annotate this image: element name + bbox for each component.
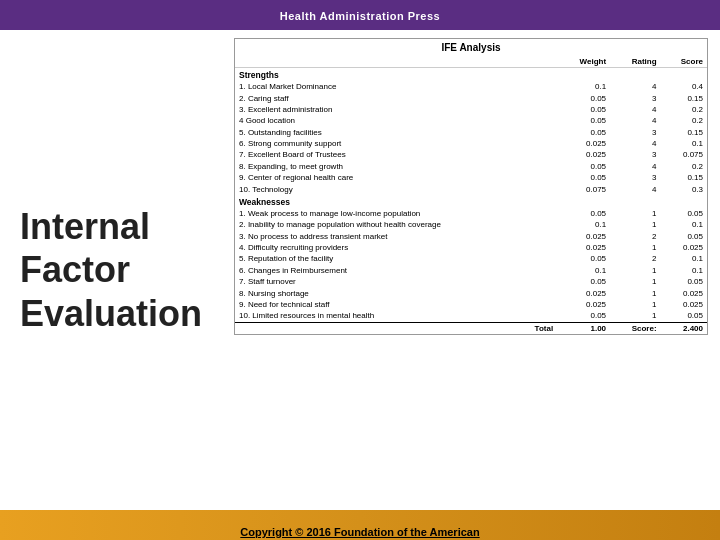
- row-weight: 0.05: [557, 253, 610, 264]
- row-name: 4. Difficulty recruiting providers: [235, 242, 557, 253]
- row-rating: 3: [610, 172, 660, 183]
- row-score: 0.025: [661, 287, 707, 298]
- row-weight: 0.05: [557, 161, 610, 172]
- row-weight: 0.05: [557, 115, 610, 126]
- row-weight: 0.05: [557, 276, 610, 287]
- total-label: Total: [235, 322, 557, 334]
- weakness-row: 3. No process to address transient marke…: [235, 231, 707, 242]
- row-name: 2. Inability to manage population withou…: [235, 219, 557, 230]
- header: Health Administration Press: [0, 0, 720, 30]
- total-score-label: Score:: [610, 322, 660, 334]
- row-rating: 4: [610, 104, 660, 115]
- strength-row: 5. Outstanding facilities 0.05 3 0.15: [235, 127, 707, 138]
- row-weight: 0.05: [557, 92, 610, 103]
- strength-row: 1. Local Market Dominance 0.1 4 0.4: [235, 81, 707, 92]
- weakness-row: 10. Limited resources in mental health 0…: [235, 310, 707, 322]
- row-rating: 4: [610, 138, 660, 149]
- row-weight: 0.05: [557, 310, 610, 322]
- row-score: 0.05: [661, 208, 707, 219]
- row-score: 0.15: [661, 127, 707, 138]
- right-panel: IFE Analysis Weight Rating Score Strengt…: [230, 30, 720, 510]
- weaknesses-header: Weaknesses: [235, 195, 707, 208]
- weakness-row: 7. Staff turnover 0.05 1 0.05: [235, 276, 707, 287]
- weakness-row: 1. Weak process to manage low-income pop…: [235, 208, 707, 219]
- weakness-row: 9. Need for technical staff 0.025 1 0.02…: [235, 299, 707, 310]
- row-name: 5. Reputation of the facility: [235, 253, 557, 264]
- row-score: 0.075: [661, 149, 707, 160]
- strength-row: 10. Technology 0.075 4 0.3: [235, 183, 707, 194]
- left-panel: Internal Factor Evaluation: [0, 30, 230, 510]
- row-rating: 3: [610, 149, 660, 160]
- weakness-row: 6. Changes in Reimbursement 0.1 1 0.1: [235, 265, 707, 276]
- strength-row: 6. Strong community support 0.025 4 0.1: [235, 138, 707, 149]
- row-name: 9. Center of regional health care: [235, 172, 557, 183]
- row-name: 4 Good location: [235, 115, 557, 126]
- row-score: 0.05: [661, 276, 707, 287]
- row-weight: 0.025: [557, 138, 610, 149]
- strength-row: 2. Caring staff 0.05 3 0.15: [235, 92, 707, 103]
- row-weight: 0.05: [557, 127, 610, 138]
- row-name: 1. Local Market Dominance: [235, 81, 557, 92]
- total-row: Total 1.00 Score: 2.400: [235, 322, 707, 334]
- row-name: 3. Excellent administration: [235, 104, 557, 115]
- strength-row: 9. Center of regional health care 0.05 3…: [235, 172, 707, 183]
- strength-row: 7. Excellent Board of Trustees 0.025 3 0…: [235, 149, 707, 160]
- col-header-score: Score: [661, 56, 707, 68]
- row-score: 0.025: [661, 242, 707, 253]
- row-name: 6. Changes in Reimbursement: [235, 265, 557, 276]
- footer: Copyright © 2016 Foundation of the Ameri…: [0, 510, 720, 540]
- strength-row: 8. Expanding, to meet growth 0.05 4 0.2: [235, 161, 707, 172]
- row-score: 0.1: [661, 253, 707, 264]
- total-weight: 1.00: [557, 322, 610, 334]
- table-title: IFE Analysis: [235, 39, 707, 56]
- row-rating: 1: [610, 310, 660, 322]
- row-rating: 1: [610, 287, 660, 298]
- row-name: 1. Weak process to manage low-income pop…: [235, 208, 557, 219]
- row-rating: 1: [610, 208, 660, 219]
- row-score: 0.1: [661, 219, 707, 230]
- row-score: 0.15: [661, 92, 707, 103]
- row-name: 9. Need for technical staff: [235, 299, 557, 310]
- row-score: 0.05: [661, 231, 707, 242]
- row-name: 7. Staff turnover: [235, 276, 557, 287]
- row-rating: 1: [610, 276, 660, 287]
- row-name: 2. Caring staff: [235, 92, 557, 103]
- row-score: 0.4: [661, 81, 707, 92]
- row-score: 0.1: [661, 138, 707, 149]
- row-rating: 4: [610, 81, 660, 92]
- row-weight: 0.025: [557, 242, 610, 253]
- row-score: 0.3: [661, 183, 707, 194]
- footer-text: Copyright © 2016 Foundation of the Ameri…: [239, 525, 482, 540]
- weakness-row: 2. Inability to manage population withou…: [235, 219, 707, 230]
- col-header-rating: Rating: [610, 56, 660, 68]
- row-rating: 1: [610, 242, 660, 253]
- row-name: 10. Limited resources in mental health: [235, 310, 557, 322]
- row-name: 8. Nursing shortage: [235, 287, 557, 298]
- row-rating: 3: [610, 92, 660, 103]
- row-score: 0.2: [661, 104, 707, 115]
- row-rating: 4: [610, 115, 660, 126]
- row-score: 0.1: [661, 265, 707, 276]
- row-rating: 2: [610, 231, 660, 242]
- row-weight: 0.1: [557, 265, 610, 276]
- row-weight: 0.025: [557, 149, 610, 160]
- row-name: 10. Technology: [235, 183, 557, 194]
- ife-table: Weight Rating Score Strengths 1. Local M…: [235, 56, 707, 334]
- row-rating: 1: [610, 265, 660, 276]
- row-rating: 3: [610, 127, 660, 138]
- header-title: Health Administration Press: [280, 10, 440, 22]
- main-content: Internal Factor Evaluation IFE Analysis …: [0, 30, 720, 510]
- page-title: Internal Factor Evaluation: [20, 205, 210, 335]
- row-rating: 1: [610, 299, 660, 310]
- row-weight: 0.05: [557, 208, 610, 219]
- strength-row: 3. Excellent administration 0.05 4 0.2: [235, 104, 707, 115]
- col-header-name: [235, 56, 557, 68]
- total-score: 2.400: [661, 322, 707, 334]
- strengths-header: Strengths: [235, 68, 707, 82]
- weakness-row: 5. Reputation of the facility 0.05 2 0.1: [235, 253, 707, 264]
- row-weight: 0.1: [557, 219, 610, 230]
- row-name: 3. No process to address transient marke…: [235, 231, 557, 242]
- ife-table-container: IFE Analysis Weight Rating Score Strengt…: [234, 38, 708, 335]
- row-weight: 0.025: [557, 287, 610, 298]
- row-weight: 0.05: [557, 104, 610, 115]
